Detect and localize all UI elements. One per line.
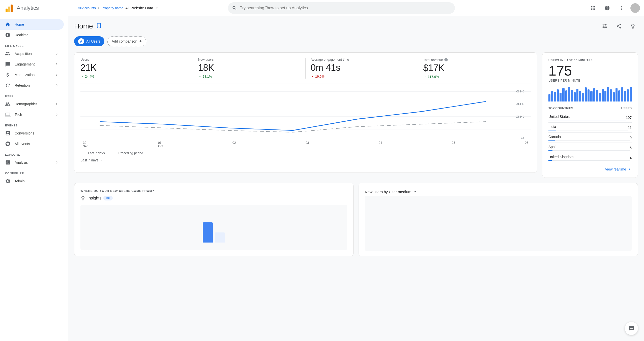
section-lifecycle: LIFE CYCLE xyxy=(0,40,68,48)
search-bar[interactable] xyxy=(228,2,455,14)
sidebar-label-demographics: Demographics xyxy=(15,102,37,106)
arrow-up-icon-users xyxy=(80,75,84,78)
country-row-spain: Spain 5 xyxy=(548,143,632,153)
stat-avg-value: 0m 41s xyxy=(311,62,413,73)
view-realtime-link[interactable]: View realtime xyxy=(548,167,632,172)
add-icon: + xyxy=(139,39,142,44)
search-input[interactable] xyxy=(240,6,451,10)
sidebar-item-retention[interactable]: Retention xyxy=(0,80,64,91)
property-label: All Website Data xyxy=(125,6,153,10)
demographics-icon xyxy=(5,101,11,107)
acquisition-icon xyxy=(5,51,11,56)
insights-bar-1 xyxy=(203,222,213,243)
stat-avg-label: Average engagement time xyxy=(311,58,413,61)
stat-avg-pct: 19.5% xyxy=(315,75,325,78)
mini-bar xyxy=(627,89,629,101)
sidebar-item-admin[interactable]: Admin xyxy=(0,176,64,186)
monetization-icon xyxy=(5,72,11,78)
help-icon[interactable] xyxy=(602,3,612,13)
share-icon[interactable] xyxy=(614,21,624,31)
mini-bar xyxy=(585,87,587,101)
svg-text:0: 0 xyxy=(520,136,524,139)
expand-icon-engagement xyxy=(55,62,59,66)
mini-bar xyxy=(571,90,573,101)
expand-icon-tech xyxy=(55,113,59,117)
expand-icon-analysis xyxy=(55,160,59,164)
sidebar-item-engagement[interactable]: Engagement xyxy=(0,59,64,70)
insights-icon[interactable] xyxy=(628,21,638,31)
customise-icon[interactable] xyxy=(600,21,610,31)
app-title: Analytics xyxy=(17,5,39,11)
sidebar-item-home[interactable]: Home xyxy=(0,19,64,30)
main-stats-section: Users 21K 24.4% New users 18K 28.1% xyxy=(74,52,638,178)
mini-bar xyxy=(565,90,567,101)
legend-last7-label: Last 7 days xyxy=(88,151,105,155)
expand-icon-retention xyxy=(55,83,59,87)
x-label-2: 02 xyxy=(232,141,236,148)
sidebar-item-demographics[interactable]: Demographics xyxy=(0,99,64,109)
more-icon[interactable] xyxy=(616,3,626,13)
page-title-bookmark-icon[interactable] xyxy=(96,22,102,30)
svg-text:6K: 6K xyxy=(516,90,524,93)
legend-solid-line xyxy=(80,153,86,153)
new-users-medium-card: New users by User medium xyxy=(359,183,638,256)
insights-content-placeholder xyxy=(80,205,347,250)
country-spain-info: Spain xyxy=(548,145,630,151)
analytics-logo-icon xyxy=(4,3,14,13)
breadcrumb-account[interactable]: All Accounts xyxy=(78,6,96,10)
insights-bar-2 xyxy=(215,232,225,243)
sidebar-item-analysis[interactable]: Analysis xyxy=(0,157,64,168)
stat-users-value: 21K xyxy=(80,62,188,73)
property-selector-button[interactable]: All Website Data xyxy=(125,6,159,10)
admin-icon xyxy=(5,178,11,184)
countries-header: TOP COUNTRIES USERS xyxy=(548,107,632,110)
stat-new-users: New users 18K 28.1% xyxy=(193,58,306,79)
breadcrumb: All Accounts > Property name All Website… xyxy=(74,6,159,10)
chevron-down-icon xyxy=(155,6,159,10)
all-users-chip[interactable]: A All Users xyxy=(74,36,104,46)
mini-bar xyxy=(557,89,559,101)
chat-widget[interactable] xyxy=(625,322,638,335)
sidebar-label-realtime: Realtime xyxy=(15,33,28,37)
mini-bar xyxy=(624,91,626,101)
legend-preceding-label: Preceding period xyxy=(119,151,143,155)
mini-bar xyxy=(630,87,632,101)
country-row-canada: Canada 9 xyxy=(548,133,632,143)
stats-chart-card: Users 21K 24.4% New users 18K 28.1% xyxy=(74,52,537,173)
all-users-label: All Users xyxy=(86,39,100,43)
breadcrumb-property[interactable]: Property name xyxy=(102,6,123,10)
arrow-right-icon xyxy=(627,167,632,172)
stat-revenue-value: $17K xyxy=(423,63,526,73)
mini-bar xyxy=(579,91,581,101)
expand-icon-demographics xyxy=(55,102,59,106)
add-comparison-label: Add comparison xyxy=(112,39,137,43)
time-selector[interactable]: Last 7 days xyxy=(80,158,531,162)
stat-users-label: Users xyxy=(80,58,188,61)
info-icon-revenue xyxy=(444,58,448,62)
user-avatar[interactable] xyxy=(630,3,640,13)
countries-table: TOP COUNTRIES USERS United States 107 In… xyxy=(548,107,632,163)
mini-bar xyxy=(599,93,601,101)
sidebar-item-monetization[interactable]: Monetization xyxy=(0,70,64,80)
sidebar-label-acquisition: Acquisition xyxy=(15,52,32,56)
sidebar-item-acquisition[interactable]: Acquisition xyxy=(0,48,64,59)
logo: Analytics xyxy=(4,3,70,13)
new-users-dropdown[interactable]: New users by User medium xyxy=(365,189,632,194)
sidebar-item-conversions[interactable]: Conversions xyxy=(0,128,64,139)
apps-icon[interactable] xyxy=(588,3,598,13)
sidebar-label-tech: Tech xyxy=(15,113,22,117)
sidebar-item-all-events[interactable]: All events xyxy=(0,139,64,149)
country-row-uk: United Kingdom 4 xyxy=(548,153,632,163)
section-user: USER xyxy=(0,91,68,99)
tech-icon xyxy=(5,112,11,117)
insights-card-title: Insights xyxy=(87,196,101,200)
mini-bar xyxy=(548,94,550,101)
realtime-subtitle: USERS PER MINUTE xyxy=(548,79,632,82)
sidebar-item-realtime[interactable]: Realtime xyxy=(0,30,64,40)
app-header: Analytics All Accounts > Property name A… xyxy=(0,0,644,16)
sidebar-item-tech[interactable]: Tech xyxy=(0,109,64,120)
add-comparison-button[interactable]: Add comparison + xyxy=(107,37,146,46)
expand-icon-monetization xyxy=(55,73,59,77)
home-icon xyxy=(5,22,11,27)
country-uk-info: United Kingdom xyxy=(548,155,630,161)
